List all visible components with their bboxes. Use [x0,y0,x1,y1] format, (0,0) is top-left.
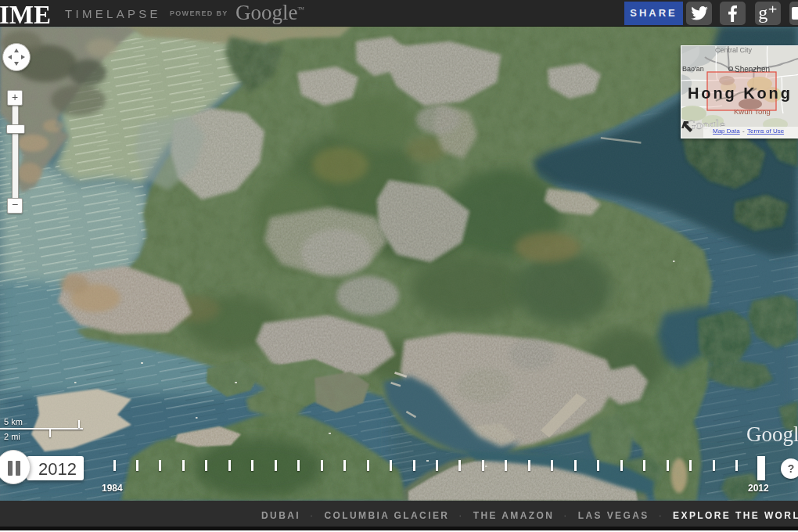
svg-text:Central City: Central City [715,46,753,54]
svg-text:Bao'an: Bao'an [682,65,704,73]
svg-text:-: - [742,128,745,135]
svg-text:Shenzhen: Shenzhen [735,65,770,74]
svg-text:Map Data: Map Data [713,128,740,135]
svg-text:Hong Kong: Hong Kong [688,84,793,102]
svg-text:Terms of Use: Terms of Use [747,128,785,135]
svg-text:Kwun Tong: Kwun Tong [734,107,771,116]
